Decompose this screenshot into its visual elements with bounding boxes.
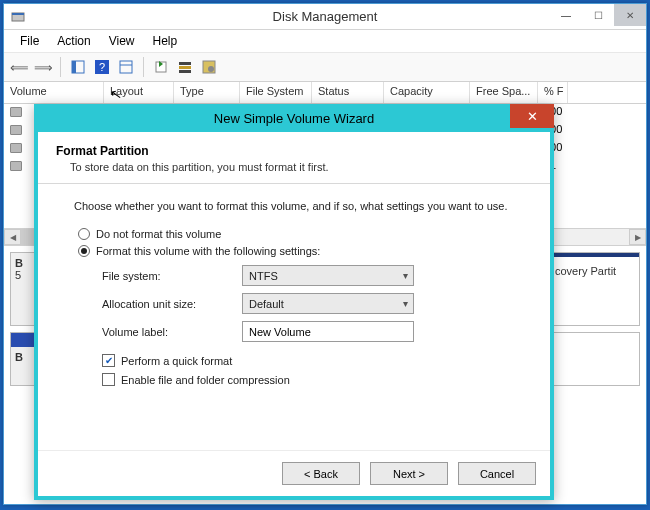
col-type[interactable]: Type [174,82,240,103]
help-icon[interactable]: ? [93,58,111,76]
wizard-heading: Format Partition [56,144,532,158]
wizard-body: Choose whether you want to format this v… [38,184,550,450]
radio-label: Do not format this volume [96,228,221,240]
separator [143,57,144,77]
col-volume[interactable]: Volume [4,82,104,103]
menu-help[interactable]: Help [145,32,186,50]
cancel-button[interactable]: Cancel [458,462,536,485]
svg-rect-6 [120,61,132,73]
svg-rect-9 [179,62,191,65]
radio-label: Format this volume with the following se… [96,245,320,257]
col-free[interactable]: Free Spa... [470,82,538,103]
view-icon[interactable] [117,58,135,76]
radio-format-with-settings[interactable]: Format this volume with the following se… [78,245,526,257]
menu-file[interactable]: File [12,32,47,50]
svg-rect-1 [12,13,24,15]
col-status[interactable]: Status [312,82,384,103]
menu-bar: File Action View Help [4,30,646,52]
radio-icon[interactable] [78,228,90,240]
settings-icon[interactable] [200,58,218,76]
file-system-combobox[interactable]: NTFS [242,265,414,286]
wizard-header: Format Partition To store data on this p… [38,132,550,184]
back-button[interactable]: < Back [282,462,360,485]
wizard-close-button[interactable]: ✕ [510,104,554,128]
wizard-subheading: To store data on this partition, you mus… [56,161,532,173]
allocation-unit-label: Allocation unit size: [102,298,242,310]
radio-icon[interactable] [78,245,90,257]
col-filesystem[interactable]: File System [240,82,312,103]
scroll-right-icon[interactable]: ▶ [629,229,646,245]
titlebar[interactable]: Disk Management — ☐ ✕ [4,4,646,30]
volume-icon [10,161,22,171]
svg-rect-10 [179,66,191,69]
menu-action[interactable]: Action [49,32,98,50]
col-percent-free[interactable]: % F [538,82,568,103]
volume-label-input[interactable] [242,321,414,342]
volume-label-label: Volume label: [102,326,242,338]
checkbox-label: Perform a quick format [121,355,232,367]
back-icon[interactable]: ⟸ [10,58,28,76]
radio-do-not-format[interactable]: Do not format this volume [78,228,526,240]
wizard-titlebar[interactable]: New Simple Volume Wizard ✕ [34,104,554,132]
scroll-left-icon[interactable]: ◀ [4,229,21,245]
next-button[interactable]: Next > [370,462,448,485]
volume-icon [10,125,22,135]
compression-checkbox[interactable]: Enable file and folder compression [102,373,526,386]
checkbox-icon[interactable] [102,373,115,386]
file-system-label: File system: [102,270,242,282]
svg-point-13 [208,66,214,72]
app-icon [10,9,26,25]
format-settings: File system: NTFS Allocation unit size: … [102,265,526,386]
toolbar: ⟸ ⟹ ? [4,52,646,82]
volume-icon [10,107,22,117]
col-capacity[interactable]: Capacity [384,82,470,103]
minimize-button[interactable]: — [550,4,582,26]
refresh-icon[interactable] [152,58,170,76]
checkbox-label: Enable file and folder compression [121,374,290,386]
allocation-unit-combobox[interactable]: Default [242,293,414,314]
list-icon[interactable] [176,58,194,76]
svg-text:?: ? [99,61,105,73]
wizard-intro-text: Choose whether you want to format this v… [74,200,526,212]
window-title: Disk Management [273,9,378,24]
col-layout[interactable]: Layout [104,82,174,103]
forward-icon[interactable]: ⟹ [34,58,52,76]
volume-list-header: Volume Layout Type File System Status Ca… [4,82,646,104]
quick-format-checkbox[interactable]: Perform a quick format [102,354,526,367]
checkbox-icon[interactable] [102,354,115,367]
wizard-footer: < Back Next > Cancel [38,450,550,496]
volume-icon [10,143,22,153]
window-controls: — ☐ ✕ [550,4,646,26]
wizard-title: New Simple Volume Wizard [214,111,374,126]
menu-view[interactable]: View [101,32,143,50]
partition-recovery[interactable]: covery Partit [551,253,639,325]
separator [60,57,61,77]
svg-rect-3 [72,61,76,73]
svg-rect-11 [179,70,191,73]
panel-icon[interactable] [69,58,87,76]
new-simple-volume-wizard: New Simple Volume Wizard ✕ Format Partit… [34,104,554,500]
maximize-button[interactable]: ☐ [582,4,614,26]
close-button[interactable]: ✕ [614,4,646,26]
